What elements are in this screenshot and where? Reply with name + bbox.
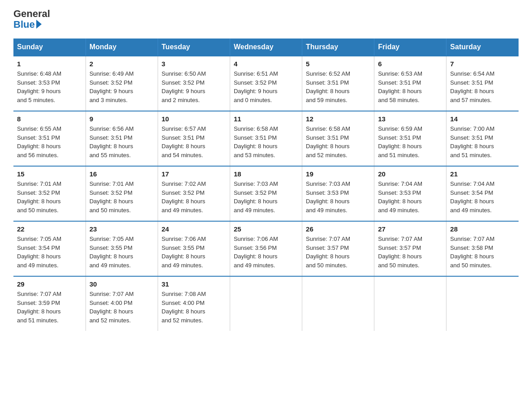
weekday-header-thursday: Thursday <box>302 39 374 56</box>
day-number: 20 <box>378 170 442 178</box>
logo-general-text: General <box>13 9 50 19</box>
day-number: 16 <box>90 170 154 178</box>
logo-triangle-icon <box>36 20 42 29</box>
day-info: Sunrise: 7:00 AMSunset: 3:51 PMDaylight:… <box>450 124 515 159</box>
day-number: 31 <box>162 280 226 288</box>
day-info: Sunrise: 6:51 AMSunset: 3:52 PMDaylight:… <box>234 69 298 104</box>
day-info: Sunrise: 7:01 AMSunset: 3:52 PMDaylight:… <box>17 180 82 214</box>
day-info: Sunrise: 7:07 AMSunset: 3:57 PMDaylight:… <box>306 235 370 270</box>
calendar-cell <box>374 276 446 331</box>
day-number: 11 <box>234 115 298 123</box>
calendar-cell: 16 Sunrise: 7:01 AMSunset: 3:52 PMDaylig… <box>86 166 158 221</box>
calendar-cell: 19 Sunrise: 7:03 AMSunset: 3:53 PMDaylig… <box>302 166 374 221</box>
day-info: Sunrise: 6:57 AMSunset: 3:51 PMDaylight:… <box>162 124 226 159</box>
calendar-table: SundayMondayTuesdayWednesdayThursdayFrid… <box>13 39 519 331</box>
day-number: 30 <box>90 280 154 288</box>
logo: General Blue <box>13 9 50 30</box>
day-number: 7 <box>450 60 515 68</box>
day-info: Sunrise: 7:05 AMSunset: 3:55 PMDaylight:… <box>90 235 154 270</box>
day-info: Sunrise: 7:08 AMSunset: 4:00 PMDaylight:… <box>162 290 226 325</box>
weekday-header-wednesday: Wednesday <box>230 39 302 56</box>
day-number: 3 <box>162 60 226 68</box>
day-info: Sunrise: 6:52 AMSunset: 3:51 PMDaylight:… <box>306 69 370 104</box>
calendar-cell: 15 Sunrise: 7:01 AMSunset: 3:52 PMDaylig… <box>13 166 86 221</box>
day-info: Sunrise: 6:48 AMSunset: 3:53 PMDaylight:… <box>17 69 82 104</box>
calendar-cell: 27 Sunrise: 7:07 AMSunset: 3:57 PMDaylig… <box>374 221 446 276</box>
calendar-cell: 3 Sunrise: 6:50 AMSunset: 3:52 PMDayligh… <box>158 56 230 111</box>
calendar-cell: 26 Sunrise: 7:07 AMSunset: 3:57 PMDaylig… <box>302 221 374 276</box>
calendar-cell: 8 Sunrise: 6:55 AMSunset: 3:51 PMDayligh… <box>13 111 86 166</box>
day-number: 5 <box>306 60 370 68</box>
day-info: Sunrise: 7:02 AMSunset: 3:52 PMDaylight:… <box>162 180 226 214</box>
day-info: Sunrise: 6:56 AMSunset: 3:51 PMDaylight:… <box>90 124 154 159</box>
calendar-cell: 18 Sunrise: 7:03 AMSunset: 3:52 PMDaylig… <box>230 166 302 221</box>
calendar-week-5: 29 Sunrise: 7:07 AMSunset: 3:59 PMDaylig… <box>13 276 519 331</box>
calendar-cell: 11 Sunrise: 6:58 AMSunset: 3:51 PMDaylig… <box>230 111 302 166</box>
day-number: 2 <box>90 60 154 68</box>
day-number: 23 <box>90 225 154 233</box>
day-number: 21 <box>450 170 515 178</box>
calendar-cell: 9 Sunrise: 6:56 AMSunset: 3:51 PMDayligh… <box>86 111 158 166</box>
weekday-header-tuesday: Tuesday <box>158 39 230 56</box>
day-info: Sunrise: 6:49 AMSunset: 3:52 PMDaylight:… <box>90 69 154 104</box>
day-number: 19 <box>306 170 370 178</box>
day-info: Sunrise: 7:04 AMSunset: 3:54 PMDaylight:… <box>450 180 515 214</box>
logo-blue-text: Blue <box>13 19 35 30</box>
calendar-cell: 17 Sunrise: 7:02 AMSunset: 3:52 PMDaylig… <box>158 166 230 221</box>
day-info: Sunrise: 7:06 AMSunset: 3:56 PMDaylight:… <box>234 235 298 270</box>
day-info: Sunrise: 7:01 AMSunset: 3:52 PMDaylight:… <box>90 180 154 214</box>
day-info: Sunrise: 6:58 AMSunset: 3:51 PMDaylight:… <box>306 124 370 159</box>
day-number: 6 <box>378 60 442 68</box>
calendar-cell: 28 Sunrise: 7:07 AMSunset: 3:58 PMDaylig… <box>446 221 519 276</box>
calendar-week-4: 22 Sunrise: 7:05 AMSunset: 3:54 PMDaylig… <box>13 221 519 276</box>
calendar-cell: 2 Sunrise: 6:49 AMSunset: 3:52 PMDayligh… <box>86 56 158 111</box>
day-number: 25 <box>234 225 298 233</box>
calendar-cell: 31 Sunrise: 7:08 AMSunset: 4:00 PMDaylig… <box>158 276 230 331</box>
day-info: Sunrise: 6:59 AMSunset: 3:51 PMDaylight:… <box>378 124 442 159</box>
day-info: Sunrise: 7:05 AMSunset: 3:54 PMDaylight:… <box>17 235 82 270</box>
day-info: Sunrise: 6:55 AMSunset: 3:51 PMDaylight:… <box>17 124 82 159</box>
day-number: 9 <box>90 115 154 123</box>
page-header: General Blue <box>13 9 519 30</box>
day-number: 29 <box>17 280 82 288</box>
day-info: Sunrise: 7:07 AMSunset: 3:59 PMDaylight:… <box>17 290 82 325</box>
calendar-week-1: 1 Sunrise: 6:48 AMSunset: 3:53 PMDayligh… <box>13 56 519 111</box>
calendar-cell: 7 Sunrise: 6:54 AMSunset: 3:51 PMDayligh… <box>446 56 519 111</box>
weekday-header-saturday: Saturday <box>446 39 519 56</box>
day-number: 14 <box>450 115 515 123</box>
calendar-cell: 22 Sunrise: 7:05 AMSunset: 3:54 PMDaylig… <box>13 221 86 276</box>
day-number: 26 <box>306 225 370 233</box>
day-number: 15 <box>17 170 82 178</box>
day-number: 4 <box>234 60 298 68</box>
calendar-cell: 4 Sunrise: 6:51 AMSunset: 3:52 PMDayligh… <box>230 56 302 111</box>
calendar-cell: 14 Sunrise: 7:00 AMSunset: 3:51 PMDaylig… <box>446 111 519 166</box>
weekday-header-friday: Friday <box>374 39 446 56</box>
calendar-cell: 23 Sunrise: 7:05 AMSunset: 3:55 PMDaylig… <box>86 221 158 276</box>
day-number: 12 <box>306 115 370 123</box>
day-info: Sunrise: 6:53 AMSunset: 3:51 PMDaylight:… <box>378 69 442 104</box>
calendar-cell <box>446 276 519 331</box>
day-info: Sunrise: 7:03 AMSunset: 3:53 PMDaylight:… <box>306 180 370 214</box>
calendar-cell: 30 Sunrise: 7:07 AMSunset: 4:00 PMDaylig… <box>86 276 158 331</box>
day-number: 8 <box>17 115 82 123</box>
day-info: Sunrise: 7:03 AMSunset: 3:52 PMDaylight:… <box>234 180 298 214</box>
day-info: Sunrise: 7:07 AMSunset: 3:57 PMDaylight:… <box>378 235 442 270</box>
day-number: 22 <box>17 225 82 233</box>
calendar-cell: 21 Sunrise: 7:04 AMSunset: 3:54 PMDaylig… <box>446 166 519 221</box>
day-number: 1 <box>17 60 82 68</box>
day-info: Sunrise: 7:07 AMSunset: 4:00 PMDaylight:… <box>90 290 154 325</box>
day-info: Sunrise: 7:07 AMSunset: 3:58 PMDaylight:… <box>450 235 515 270</box>
calendar-cell: 1 Sunrise: 6:48 AMSunset: 3:53 PMDayligh… <box>13 56 86 111</box>
calendar-cell <box>230 276 302 331</box>
calendar-cell <box>302 276 374 331</box>
day-number: 27 <box>378 225 442 233</box>
calendar-week-2: 8 Sunrise: 6:55 AMSunset: 3:51 PMDayligh… <box>13 111 519 166</box>
day-info: Sunrise: 6:54 AMSunset: 3:51 PMDaylight:… <box>450 69 515 104</box>
day-info: Sunrise: 7:04 AMSunset: 3:53 PMDaylight:… <box>378 180 442 214</box>
day-info: Sunrise: 6:50 AMSunset: 3:52 PMDaylight:… <box>162 69 226 104</box>
calendar-cell: 10 Sunrise: 6:57 AMSunset: 3:51 PMDaylig… <box>158 111 230 166</box>
calendar-cell: 24 Sunrise: 7:06 AMSunset: 3:55 PMDaylig… <box>158 221 230 276</box>
calendar-cell: 13 Sunrise: 6:59 AMSunset: 3:51 PMDaylig… <box>374 111 446 166</box>
calendar-cell: 20 Sunrise: 7:04 AMSunset: 3:53 PMDaylig… <box>374 166 446 221</box>
day-number: 13 <box>378 115 442 123</box>
